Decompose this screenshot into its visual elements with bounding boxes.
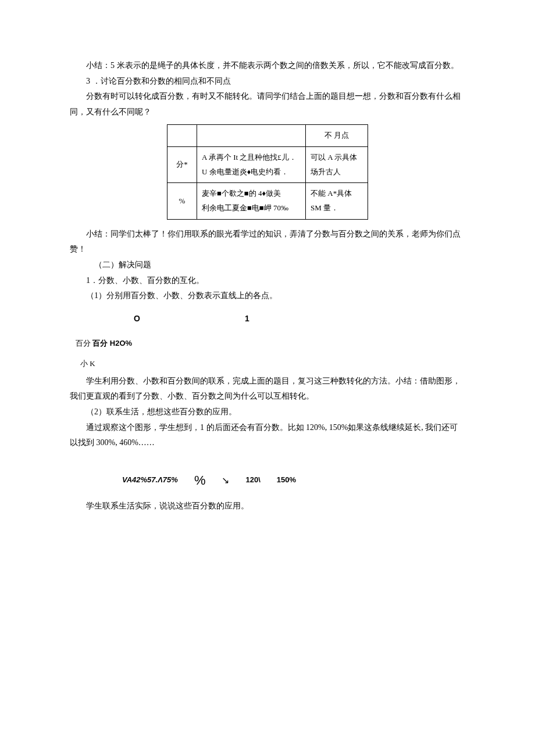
table-row: 分* A 承再个 It 之且种他找£儿．U 余电量逝炎♦电史约看． 可以 A 示… [167, 147, 368, 183]
axis-row: O 1 [134, 311, 465, 327]
paragraph-intro: 分数有时可以转化成百分数，有时又不能转化。请同学们结合上面的题目想一想，分数和百… [70, 89, 465, 120]
table-cell: 可以 A 示具体场升古人 [306, 147, 368, 183]
table-cell: 不能 A*具体SM 量． [306, 183, 368, 219]
table-cell: 分* [167, 147, 197, 183]
comparison-table: 不 月点 分* A 承再个 It 之且种他找£儿．U 余电量逝炎♦电史约看． 可… [167, 124, 368, 219]
label-percent-text: 百分 H2O% [92, 339, 132, 347]
paragraph-11: 学生联系生活实际，说说这些百分数的应用。 [70, 499, 465, 514]
percent-sequence: VA42%57.Λ75% % ↘ 120\ 150% [122, 466, 465, 490]
table-cell: A 承再个 It 之且种他找£儿．U 余电量逝炎♦电史约看． [197, 147, 306, 183]
table-cell [167, 125, 197, 147]
heading-subitem-1: （1）分别用百分数、小数、分数表示直线上的各点。 [70, 288, 465, 304]
heading-3-discussion: 3 ．讨论百分数和分数的相同点和不同点 [70, 74, 465, 89]
axis-point-o: O [134, 311, 140, 327]
table-row: % 麦辛■个欷之■的 4♦做美利余电工夏金■电■岬 70‰ 不能 A*具体SM … [167, 183, 368, 219]
paragraph-10: 通过观察这个图形，学生想到，1 的后面还会有百分数。比如 120%, 150%如… [70, 420, 465, 451]
paragraph-summary-2: 小结：同学们太棒了！你们用联系的眼光看学过的知识，弄清了分数与百分数之间的关系，… [70, 227, 465, 257]
percent-seq-a: VA42%57.Λ75% [122, 473, 178, 488]
table-row: 不 月点 [167, 125, 368, 147]
label-percent: 百分 百分 H2O% [76, 336, 465, 351]
percent-seq-d: 150% [277, 473, 296, 488]
heading-subitem-2: （2）联系生活，想想这些百分数的应用。 [70, 404, 465, 420]
table-cell: % [167, 183, 197, 219]
paragraph-summary-1: 小结：5 米表示的是绳子的具体长度，并不能表示两个数之间的倍数关系，所以，它不能… [70, 58, 465, 74]
label-small-k: 小 K [80, 357, 465, 371]
percent-symbol-icon: % [194, 468, 206, 493]
percent-seq-c: 120\ [245, 473, 260, 488]
heading-item-1: 1．分数、小数、百分数的互化。 [70, 273, 465, 289]
table-cell: 麦辛■个欷之■的 4♦做美利余电工夏金■电■岬 70‰ [197, 183, 306, 219]
heading-section-2: （二）解决问题 [70, 257, 465, 273]
axis-point-1: 1 [245, 311, 249, 327]
paragraph-8: 学生利用分数、小数和百分数间的联系，完成上面的题目，复习这三种数转化的方法。小结… [70, 374, 465, 404]
arrow-icon: ↘ [222, 472, 229, 489]
table-cell: 不 月点 [306, 125, 368, 147]
table-cell [197, 125, 306, 147]
